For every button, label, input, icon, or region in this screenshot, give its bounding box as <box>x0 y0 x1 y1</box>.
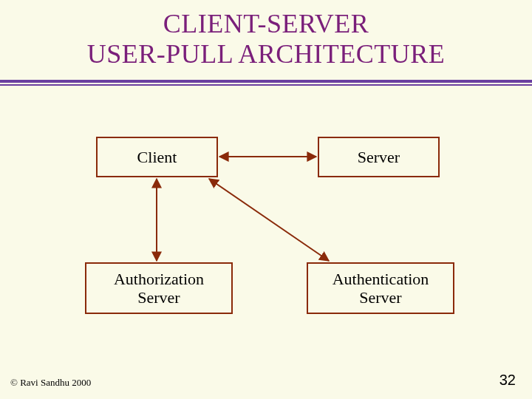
box-authentication-server: Authentication Server <box>307 262 454 314</box>
box-client: Client <box>96 137 218 177</box>
box-server-label: Server <box>358 148 400 166</box>
title-rule <box>0 80 532 86</box>
box-authn-label: Authentication Server <box>332 270 429 307</box>
box-client-label: Client <box>137 148 177 166</box>
copyright-text: © Ravi Sandhu 2000 <box>10 377 91 388</box>
copyright: © Ravi Sandhu 2000 <box>10 377 91 389</box>
box-authorization-server: Authorization Server <box>85 262 233 314</box>
slide: CLIENT-SERVER USER-PULL ARCHITECTURE Cli… <box>0 0 532 399</box>
box-server: Server <box>318 137 440 177</box>
rule-thick <box>0 80 532 83</box>
page-number-text: 32 <box>499 372 516 388</box>
title-line-2: USER-PULL ARCHITECTURE <box>87 39 446 69</box>
rule-thin <box>0 84 532 86</box>
slide-title: CLIENT-SERVER USER-PULL ARCHITECTURE <box>0 0 532 70</box>
box-authz-label: Authorization Server <box>114 270 204 307</box>
arrow-client-authn <box>209 179 329 261</box>
title-line-1: CLIENT-SERVER <box>163 9 369 38</box>
page-number: 32 <box>499 372 516 389</box>
